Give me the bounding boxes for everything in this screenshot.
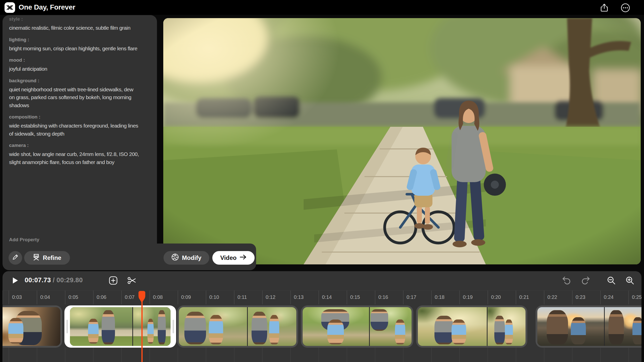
- ruler-label: 0:23: [576, 294, 585, 300]
- ruler-label: 0:25: [632, 294, 641, 300]
- aperture-icon: [171, 253, 179, 262]
- trim-handle-right[interactable]: [173, 320, 174, 333]
- playhead-flag: [138, 290, 146, 303]
- ruler-label: 0:20: [491, 294, 501, 300]
- playhead[interactable]: [138, 290, 146, 362]
- timeline-clip-kitchen-hug[interactable]: [3, 305, 62, 348]
- track-area-lower[interactable]: [3, 348, 641, 362]
- pencil-icon: [12, 254, 19, 262]
- timecode: 00:07.73 / 00:29.80: [25, 276, 83, 284]
- property-label-background[interactable]: background :: [9, 78, 150, 84]
- ruler-label: 0:13: [294, 294, 304, 300]
- ruler-label: 0:21: [519, 294, 529, 300]
- property-value-lighting[interactable]: bright morning sun, crisp clean highligh…: [9, 45, 150, 53]
- arrow-right-icon: [239, 254, 247, 262]
- edit-prompt-button[interactable]: [9, 251, 22, 265]
- ruler-label: 0:24: [604, 294, 614, 300]
- property-label-style[interactable]: style :: [9, 16, 150, 22]
- ruler-label: 0:06: [97, 294, 106, 300]
- property-value-style[interactable]: cinematic realistic, filmic color scienc…: [9, 24, 150, 32]
- page-title: One Day, Forever: [19, 3, 75, 11]
- ruler-label: 0:14: [322, 294, 332, 300]
- ruler-label: 0:15: [350, 294, 360, 300]
- ruler-label: 0:16: [378, 294, 388, 300]
- more-options-icon[interactable]: [620, 3, 630, 13]
- preview-image[interactable]: [163, 18, 641, 264]
- add-property-button[interactable]: Add Property: [9, 237, 39, 243]
- ruler-label: 0:18: [435, 294, 445, 300]
- property-label-composition[interactable]: composition :: [9, 114, 150, 120]
- ruler-label: 0:09: [181, 294, 191, 300]
- ruler-label: 0:03: [12, 294, 22, 300]
- share-icon[interactable]: [599, 3, 609, 13]
- property-value-camera[interactable]: wide shot, low angle near curb, 24mm len…: [9, 150, 150, 166]
- redo-icon[interactable]: [581, 275, 591, 286]
- property-label-camera[interactable]: camera :: [9, 143, 150, 148]
- ruler-label: 0:19: [463, 294, 473, 300]
- ruler-label: 0:07: [125, 294, 135, 300]
- timeline-clip-sidewalk-walk-selected[interactable]: [64, 305, 176, 348]
- ruler-label: 0:17: [407, 294, 416, 300]
- zoom-out-icon[interactable]: [606, 275, 616, 286]
- timeline-clip-sunset-lake[interactable]: [536, 305, 641, 348]
- property-value-background[interactable]: quiet neighborhood street with tree-line…: [9, 86, 150, 109]
- timeline-clip-lake-picnic[interactable]: [416, 305, 527, 348]
- timeline-clip-arms-out-ride[interactable]: [301, 305, 413, 348]
- ruler-label: 0:04: [40, 294, 50, 300]
- total-time: 00:29.80: [57, 276, 83, 284]
- property-label-mood[interactable]: mood :: [9, 57, 150, 63]
- property-value-composition[interactable]: wide establishing with characters foregr…: [9, 122, 150, 138]
- timeline-controls: 00:07.73 / 00:29.80: [3, 271, 641, 290]
- clip-track: [3, 305, 641, 348]
- ruler-label: 0:12: [266, 294, 275, 300]
- scissors-icon[interactable]: [127, 275, 137, 286]
- top-bar: One Day, Forever: [0, 0, 644, 15]
- ruler-label: 0:11: [237, 294, 247, 300]
- refine-label: Refine: [43, 254, 61, 261]
- undo-icon[interactable]: [561, 275, 572, 286]
- director-chair-icon: [33, 254, 40, 262]
- zoom-in-icon[interactable]: [625, 275, 635, 286]
- current-time: 00:07.73: [25, 276, 51, 284]
- timeline-clip-park-teaching[interactable]: [177, 305, 298, 348]
- add-clip-icon[interactable]: [108, 275, 118, 286]
- generate-video-button[interactable]: Video: [212, 251, 255, 265]
- property-label-lighting[interactable]: lighting :: [9, 37, 150, 43]
- modify-label: Modify: [182, 254, 201, 261]
- prompt-panel: style : cinematic realistic, filmic colo…: [3, 15, 157, 270]
- kling-logo[interactable]: [5, 2, 15, 13]
- refine-button[interactable]: Refine: [24, 251, 70, 265]
- ruler-label: 0:08: [153, 294, 163, 300]
- ruler-label: 0:10: [209, 294, 219, 300]
- ruler-label: 0:05: [68, 294, 78, 300]
- play-button[interactable]: [10, 275, 20, 286]
- ruler-label: 0:22: [547, 294, 557, 300]
- property-value-mood[interactable]: joyful anticipation: [9, 65, 150, 73]
- timeline-panel: 00:07.73 / 00:29.80: [3, 271, 641, 362]
- modify-button[interactable]: Modify: [164, 251, 209, 265]
- trim-handle-left[interactable]: [66, 320, 68, 333]
- timeline-ruler[interactable]: 0:03 0:04 0:05 0:06 0:07 0:08 0:09 0:10 …: [3, 290, 641, 304]
- app-window: One Day, Forever: [0, 0, 644, 362]
- video-label: Video: [220, 254, 237, 261]
